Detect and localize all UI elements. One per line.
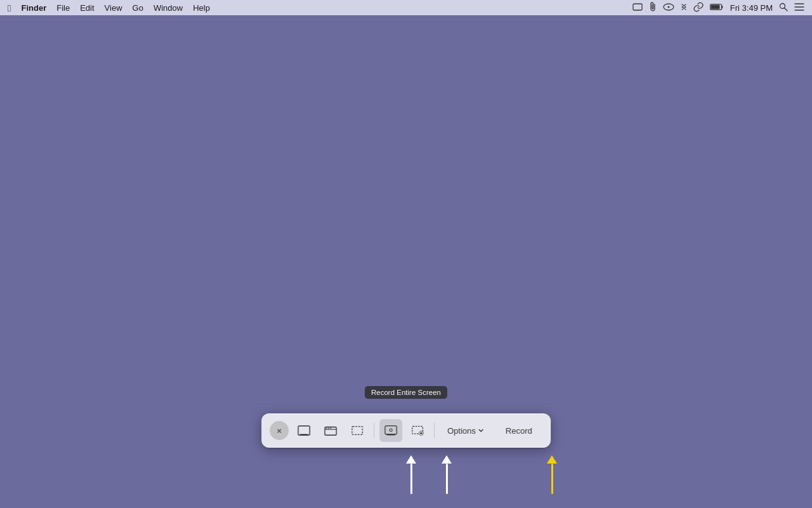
shaft-1 bbox=[410, 464, 412, 494]
bluetooth-icon[interactable] bbox=[681, 2, 687, 14]
shaft-yellow bbox=[551, 464, 553, 494]
menubar-time: Fri 3:49 PM bbox=[730, 3, 773, 13]
options-label: Options bbox=[447, 426, 476, 436]
capture-window-button[interactable] bbox=[319, 419, 342, 442]
arrow-white-2 bbox=[442, 455, 452, 494]
apple-menu[interactable]:  bbox=[8, 3, 11, 13]
toolbar-divider-2 bbox=[434, 423, 435, 438]
menubar-right: Fri 3:49 PM bbox=[632, 2, 804, 14]
paperclip-icon[interactable] bbox=[649, 2, 657, 14]
capture-entire-screen-button[interactable] bbox=[292, 419, 315, 442]
menu-view[interactable]: View bbox=[105, 3, 122, 13]
menu-file[interactable]: File bbox=[56, 3, 70, 13]
record-button[interactable]: Record bbox=[495, 422, 542, 439]
menu-edit[interactable]: Edit bbox=[80, 3, 94, 13]
toolbar-divider-1 bbox=[374, 423, 374, 438]
svg-line-6 bbox=[785, 8, 787, 10]
arrow-white-1 bbox=[406, 455, 416, 494]
record-screen-icon bbox=[384, 424, 397, 437]
arrowhead-2 bbox=[442, 455, 452, 464]
svg-point-21 bbox=[390, 429, 392, 431]
screenshot-toolbar: × bbox=[261, 413, 551, 448]
arrow-yellow bbox=[547, 455, 557, 494]
menu-help[interactable]: Help bbox=[193, 3, 210, 13]
tooltip: Record Entire Screen bbox=[365, 386, 447, 399]
options-button[interactable]: Options bbox=[440, 422, 492, 439]
svg-rect-0 bbox=[633, 4, 642, 10]
capsule-icon[interactable] bbox=[663, 3, 674, 13]
svg-rect-4 bbox=[710, 4, 719, 9]
battery-icon[interactable] bbox=[710, 3, 724, 13]
close-button[interactable]: × bbox=[270, 421, 289, 440]
svg-point-2 bbox=[667, 6, 669, 8]
record-label: Record bbox=[506, 426, 532, 436]
shaft-2 bbox=[446, 464, 448, 494]
record-entire-screen-button[interactable] bbox=[379, 419, 402, 442]
menubar-left:  Finder File Edit View Go Window Help bbox=[8, 3, 210, 13]
svg-point-16 bbox=[330, 427, 331, 429]
svg-rect-11 bbox=[300, 434, 308, 435]
arrows-container bbox=[336, 455, 557, 494]
svg-rect-10 bbox=[298, 426, 310, 436]
arrowhead-1 bbox=[406, 455, 416, 464]
record-selection-button[interactable] bbox=[406, 419, 429, 442]
svg-point-15 bbox=[328, 427, 329, 429]
capture-selection-icon bbox=[351, 424, 363, 437]
capture-screen-icon bbox=[298, 424, 310, 437]
svg-point-24 bbox=[420, 432, 422, 434]
menu-window[interactable]: Window bbox=[154, 3, 183, 13]
record-selection-icon bbox=[411, 424, 424, 437]
app-name[interactable]: Finder bbox=[21, 3, 46, 13]
svg-point-14 bbox=[326, 427, 327, 429]
notification-list-icon[interactable] bbox=[794, 3, 804, 13]
menubar:  Finder File Edit View Go Window Help bbox=[0, 0, 812, 15]
arrowhead-yellow bbox=[547, 455, 557, 464]
svg-rect-17 bbox=[352, 427, 362, 435]
capture-selection-button[interactable] bbox=[346, 419, 369, 442]
menu-go[interactable]: Go bbox=[133, 3, 143, 13]
svg-rect-19 bbox=[386, 434, 395, 436]
screen-record-icon[interactable] bbox=[632, 3, 643, 13]
desktop: Record Entire Screen × bbox=[0, 15, 812, 508]
options-chevron-icon bbox=[478, 427, 484, 434]
tooltip-text: Record Entire Screen bbox=[371, 389, 441, 396]
link-icon[interactable] bbox=[693, 2, 704, 14]
close-icon: × bbox=[277, 426, 282, 436]
capture-window-icon bbox=[324, 424, 337, 437]
search-icon[interactable] bbox=[779, 3, 788, 13]
